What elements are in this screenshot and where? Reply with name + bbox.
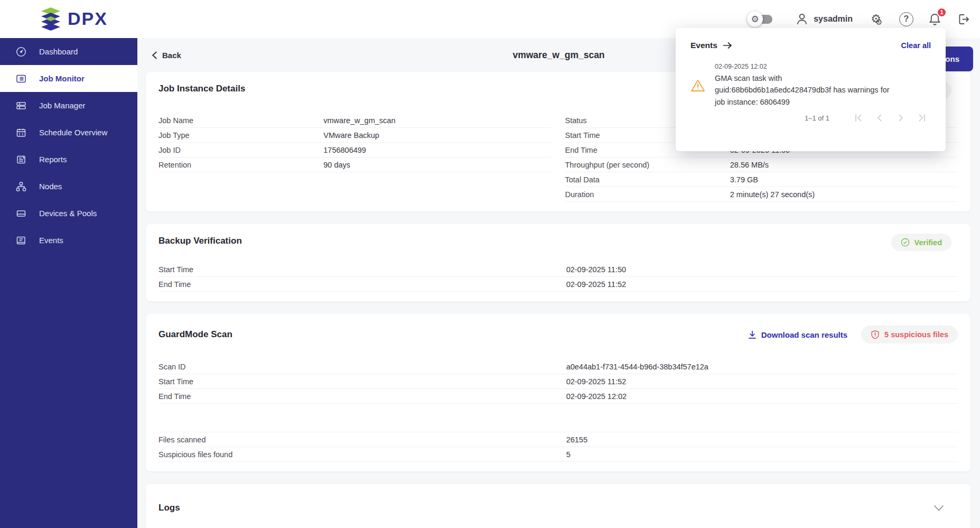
- logs-expand-button[interactable]: [934, 505, 944, 512]
- detail-row: Throughput (per second) 28.56 MB/s: [565, 158, 958, 172]
- download-scan-results-link[interactable]: Download scan results: [748, 330, 847, 339]
- detail-row: End Time 02-09-2025 12:02: [158, 389, 958, 404]
- events-popup: Events Clear all 02-09-2025 12:02 GMA sc…: [676, 28, 946, 151]
- notifications-bell-icon[interactable]: 1: [928, 12, 942, 26]
- sidebar-item-nodes[interactable]: Nodes: [0, 173, 137, 200]
- brand-name: DPX: [68, 8, 108, 29]
- devices-pools-icon: [15, 207, 27, 220]
- system-settings-icon[interactable]: ⚙ ⚙: [867, 13, 885, 25]
- logs-card: Logs: [146, 484, 970, 528]
- job-monitor-icon: [15, 72, 27, 85]
- detail-row: Suspicious files found 5: [158, 447, 958, 462]
- detail-row: Start Time 02-09-2025 11:52: [158, 374, 958, 389]
- dpx-logo: DPX: [39, 6, 108, 31]
- schedule-overview-icon: [15, 126, 27, 139]
- dpx-logo-icon: [39, 6, 62, 31]
- sidebar-item-job-monitor[interactable]: Job Monitor: [0, 65, 137, 92]
- event-item: 02-09-2025 12:02 GMA scan task with guid…: [690, 63, 931, 108]
- chevron-left-icon: [151, 51, 158, 59]
- detail-row: Job ID 1756806499: [158, 143, 552, 158]
- events-pagination: 1–1 of 1: [690, 113, 931, 123]
- user-menu[interactable]: sysadmin: [795, 12, 853, 26]
- first-page-icon[interactable]: [851, 113, 866, 123]
- check-circle-icon: [901, 238, 910, 247]
- chevron-down-icon: [934, 505, 944, 512]
- detail-row: Retention 90 days: [158, 158, 552, 172]
- sidebar-item-label: Devices & Pools: [39, 209, 97, 218]
- sidebar-item-label: Schedule Overview: [39, 128, 107, 137]
- clear-all-button[interactable]: Clear all: [901, 41, 931, 50]
- sidebar-item-dashboard[interactable]: Dashboard: [0, 38, 137, 65]
- app-window: DPX ⚙ sysadmin ⚙ ⚙ ?: [0, 0, 980, 528]
- job-details-left-column: Job Name vmware_w_gm_scan Job Type VMwar…: [158, 113, 552, 202]
- back-label: Back: [162, 51, 181, 60]
- help-glyph: ?: [899, 12, 913, 26]
- sidebar-item-schedule-overview[interactable]: Schedule Overview: [0, 119, 137, 146]
- detail-row: Start Time 02-09-2025 11:50: [158, 262, 958, 277]
- backup-verification-card: Backup Verification Verified Start Time …: [146, 224, 970, 301]
- download-icon: [748, 330, 757, 339]
- detail-row: Job Name vmware_w_gm_scan: [158, 113, 552, 128]
- sidebar-item-devices-pools[interactable]: Devices & Pools: [0, 200, 137, 227]
- page-title: vmware_w_gm_scan: [512, 50, 604, 61]
- username: sysadmin: [814, 14, 853, 24]
- theme-gear-icon: ⚙: [747, 11, 763, 27]
- detail-row: End Time 02-09-2025 11:52: [158, 277, 958, 292]
- events-popup-title: Events: [690, 41, 717, 50]
- pagination-count: 1–1 of 1: [805, 114, 829, 122]
- sidebar-item-events[interactable]: Events: [0, 227, 137, 254]
- detail-row: Scan ID a0e44ab1-f731-4544-b96d-38b34f57…: [158, 359, 958, 374]
- backup-verification-title: Backup Verification: [158, 236, 958, 246]
- sidebar-item-label: Job Manager: [39, 101, 86, 110]
- notification-count-badge: 1: [937, 7, 947, 17]
- warning-triangle-icon: [690, 79, 705, 92]
- dashboard-icon: [15, 45, 27, 58]
- sidebar-item-label: Events: [39, 236, 63, 245]
- nodes-icon: [15, 180, 27, 193]
- guardmode-scan-card: GuardMode Scan Download scan results: [146, 314, 970, 471]
- sidebar-item-label: Reports: [39, 155, 67, 164]
- guardmode-title: GuardMode Scan: [158, 329, 232, 340]
- next-page-icon[interactable]: [893, 113, 909, 123]
- sidebar-item-reports[interactable]: Reports: [0, 146, 137, 173]
- events-icon: [15, 234, 27, 247]
- logout-icon[interactable]: [956, 12, 970, 26]
- event-message: GMA scan task with guid:68b6bd6b1a6edc42…: [715, 72, 892, 108]
- previous-page-icon[interactable]: [872, 113, 888, 123]
- theme-toggle[interactable]: ⚙: [748, 14, 772, 24]
- help-icon[interactable]: ?: [899, 12, 913, 26]
- job-manager-icon: [15, 99, 27, 112]
- sidebar: Dashboard Job Monitor Job Manager: [0, 38, 137, 528]
- sidebar-item-job-manager[interactable]: Job Manager: [0, 92, 137, 119]
- arrow-right-icon[interactable]: [723, 42, 732, 49]
- job-name-link[interactable]: vmware_w_gm_scan: [323, 116, 395, 125]
- detail-row: Duration 2 minute(s) 27 second(s): [565, 187, 958, 202]
- back-button[interactable]: Back: [151, 51, 181, 60]
- logs-title: Logs: [158, 503, 180, 513]
- user-icon: [795, 12, 809, 26]
- gear-small-icon: ⚙: [875, 18, 882, 26]
- shield-alert-icon: [871, 330, 880, 339]
- detail-row: Total Data 3.79 GB: [565, 172, 958, 187]
- reports-icon: [15, 153, 27, 166]
- verified-badge: Verified: [891, 234, 951, 251]
- sidebar-item-label: Nodes: [39, 182, 62, 191]
- last-page-icon[interactable]: [914, 113, 930, 123]
- detail-row: Job Type VMware Backup: [158, 128, 552, 143]
- event-timestamp: 02-09-2025 12:02: [715, 63, 892, 70]
- empty-rows-spacer: [158, 404, 958, 432]
- sidebar-item-label: Dashboard: [39, 47, 78, 56]
- sidebar-item-label: Job Monitor: [39, 74, 85, 83]
- logout-glyph: [956, 12, 970, 26]
- suspicious-files-badge: 5 suspicious files: [861, 326, 958, 344]
- detail-row: Files scanned 26155: [158, 432, 958, 447]
